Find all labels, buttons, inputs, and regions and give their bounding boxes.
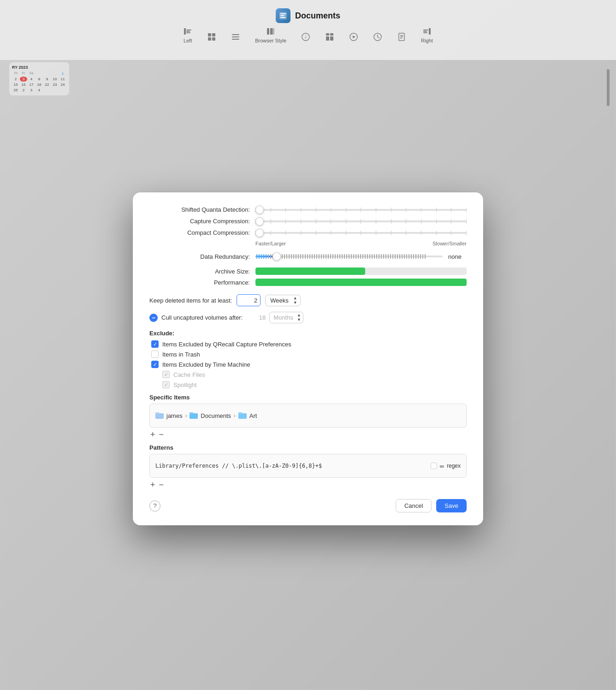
toolbar-doc-btn[interactable]	[397, 32, 406, 43]
help-button[interactable]: ?	[149, 500, 160, 512]
patterns-add-button[interactable]: +	[150, 481, 155, 489]
exclude-checkbox-qrecall[interactable]: ✓	[151, 340, 159, 348]
svg-rect-11	[212, 37, 215, 41]
slower-label: Slower/Smaller	[432, 241, 467, 246]
toolbar-right-btn[interactable]: Right	[421, 27, 433, 43]
performance-bar	[255, 279, 467, 286]
keep-deleted-label: Keep deleted items for at least:	[149, 297, 232, 304]
keep-deleted-input[interactable]	[237, 294, 261, 306]
dialog-footer: ? Cancel Save	[149, 499, 467, 512]
pattern-infinity-checkbox[interactable]	[431, 463, 437, 469]
svg-rect-12	[232, 34, 239, 35]
footer-action-buttons: Cancel Save	[396, 499, 467, 512]
cull-label: Cull uncaptured volumes after:	[161, 314, 243, 321]
exclude-checkbox-timemachine[interactable]: ✓	[151, 361, 159, 368]
toolbar-clock-btn[interactable]	[373, 32, 382, 43]
arrow-up-icon[interactable]: ▲	[293, 296, 297, 300]
patterns-box[interactable]: Library/Preferences // \.plist\.[a-zA-Z0…	[149, 454, 467, 478]
toolbar-browser-label: Browser Style	[255, 38, 286, 43]
cull-value-input[interactable]	[246, 313, 266, 323]
shifted-quanta-thumb[interactable]	[255, 206, 264, 214]
svg-rect-8	[208, 33, 211, 36]
chevron-icon-1: ›	[185, 413, 187, 418]
scrollbar[interactable]	[607, 69, 610, 106]
exclude-label-cache: Cache Files	[173, 371, 205, 378]
specific-items-add-button[interactable]: +	[150, 430, 155, 439]
svg-rect-1	[280, 13, 286, 14]
shifted-quanta-track[interactable]	[255, 209, 467, 211]
svg-rect-9	[212, 33, 215, 36]
pattern-value[interactable]: Library/Preferences // \.plist\.[a-zA-Z0…	[155, 463, 322, 469]
toolbar-grid-btn[interactable]	[207, 32, 216, 43]
svg-rect-31	[400, 36, 403, 37]
svg-rect-36	[423, 32, 427, 33]
redundancy-slider[interactable]	[255, 252, 443, 261]
settings-dialog: Shifted Quanta Detection: Capture Compre…	[133, 192, 483, 525]
specific-items-remove-button[interactable]: −	[159, 430, 164, 439]
pattern-options: ∞ regex	[431, 463, 461, 470]
svg-rect-40	[190, 412, 193, 414]
infinity-icon: ∞	[440, 463, 444, 470]
svg-rect-5	[186, 30, 191, 30]
archive-size-fill	[255, 268, 365, 275]
toolbar-info-btn[interactable]: i	[301, 32, 310, 43]
cull-arrow-up-icon[interactable]: ▲	[297, 313, 301, 317]
toolbar-left-btn[interactable]: Left	[183, 27, 192, 43]
keep-deleted-stepper[interactable]: ▲ ▼	[293, 296, 297, 305]
exclude-item-spotlight: ✓ Spotlight	[149, 381, 467, 388]
performance-row: Performance:	[149, 279, 467, 286]
redundancy-label: Data Redundancy:	[149, 253, 255, 260]
patterns-remove-button[interactable]: −	[159, 481, 164, 489]
cull-stepper[interactable]: ▲ ▼	[297, 313, 301, 322]
capture-compression-track[interactable]	[255, 220, 467, 222]
svg-rect-22	[326, 36, 329, 41]
performance-fill	[255, 279, 467, 286]
svg-rect-13	[232, 36, 239, 37]
capture-compression-thumb[interactable]	[255, 217, 264, 226]
archive-size-label: Archive Size:	[149, 268, 255, 275]
svg-rect-15	[267, 28, 269, 35]
svg-rect-35	[423, 31, 427, 32]
path-part-documents: Documents	[201, 412, 231, 419]
svg-rect-4	[184, 28, 186, 35]
cull-toggle-button[interactable]: −	[149, 314, 158, 322]
path-part-art: Art	[249, 412, 257, 419]
exclude-item-qrecall: ✓ Items Excluded by QRecall Capture Pref…	[149, 340, 467, 348]
exclude-label-timemachine: Items Excluded by Time Machine	[162, 361, 250, 368]
svg-rect-16	[270, 28, 272, 35]
documents-folder-icon	[190, 412, 198, 419]
toolbar-right-label: Right	[421, 38, 433, 43]
toolbar-columns-btn[interactable]: Browser Style	[255, 27, 286, 43]
cull-row: − Cull uncaptured volumes after: Months …	[149, 312, 467, 323]
svg-rect-20	[326, 33, 329, 36]
cull-unit-select[interactable]: Months ▲ ▼	[269, 312, 303, 323]
redundancy-value: none	[448, 253, 467, 260]
specific-items-controls: + −	[149, 430, 467, 439]
cancel-button[interactable]: Cancel	[396, 499, 432, 512]
compact-compression-thumb[interactable]	[255, 229, 264, 237]
keep-deleted-unit-select[interactable]: Weeks ▲ ▼	[265, 295, 300, 306]
exclude-checkbox-trash[interactable]	[151, 351, 159, 358]
specific-items-box[interactable]: james › Documents › Art	[149, 404, 467, 428]
redundancy-row: Data Redundancy:	[149, 252, 467, 261]
cull-arrow-down-icon[interactable]: ▼	[297, 318, 301, 322]
redundancy-thumb[interactable]	[272, 252, 281, 261]
compact-compression-track[interactable]	[255, 232, 467, 234]
path-item: james › Documents › Art	[155, 412, 257, 419]
exclude-title: Exclude:	[149, 330, 467, 337]
specific-items-title: Specific Items	[149, 394, 467, 401]
toolbar-play-btn[interactable]	[349, 32, 358, 43]
performance-label: Performance:	[149, 279, 255, 286]
svg-rect-42	[238, 412, 242, 414]
toolbar-list-btn[interactable]	[231, 32, 240, 43]
save-button[interactable]: Save	[436, 499, 467, 512]
keep-deleted-row: Keep deleted items for at least: Weeks ▲…	[149, 294, 467, 306]
toolbar-gallery-btn[interactable]	[325, 32, 334, 43]
arrow-down-icon[interactable]: ▼	[293, 301, 297, 305]
compact-compression-row: Compact Compression:	[149, 229, 467, 236]
capture-compression-label: Capture Compression:	[149, 218, 255, 225]
capture-compression-row: Capture Compression:	[149, 218, 467, 225]
exclude-label-trash: Items in Trash	[162, 351, 200, 358]
faster-label: Faster/Larger	[255, 241, 286, 246]
art-folder-icon	[238, 412, 247, 419]
